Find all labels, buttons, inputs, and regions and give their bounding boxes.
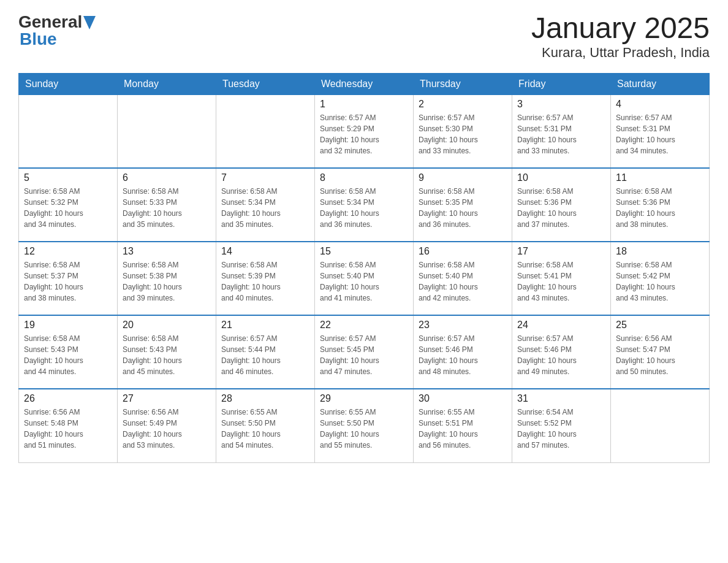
day-number: 27 bbox=[123, 393, 211, 404]
day-number: 16 bbox=[419, 246, 507, 257]
title-area: January 2025 Kurara, Uttar Pradesh, Indi… bbox=[531, 12, 710, 61]
day-info: Sunrise: 6:58 AMSunset: 5:36 PMDaylight:… bbox=[616, 186, 704, 230]
calendar-cell: 6Sunrise: 6:58 AMSunset: 5:33 PMDaylight… bbox=[118, 168, 216, 242]
day-info: Sunrise: 6:57 AMSunset: 5:30 PMDaylight:… bbox=[419, 112, 507, 156]
day-info: Sunrise: 6:58 AMSunset: 5:40 PMDaylight:… bbox=[419, 259, 507, 304]
day-number: 29 bbox=[320, 393, 408, 404]
day-number: 15 bbox=[320, 246, 408, 257]
logo: General Blue bbox=[18, 12, 96, 49]
calendar-cell: 18Sunrise: 6:58 AMSunset: 5:42 PMDayligh… bbox=[611, 242, 710, 315]
calendar-cell bbox=[118, 94, 216, 168]
calendar-cell: 9Sunrise: 6:58 AMSunset: 5:35 PMDaylight… bbox=[414, 168, 512, 242]
page-header: General Blue January 2025 Kurara, Uttar … bbox=[18, 12, 710, 61]
calendar-cell: 17Sunrise: 6:58 AMSunset: 5:41 PMDayligh… bbox=[512, 242, 611, 315]
day-number: 7 bbox=[221, 172, 309, 183]
calendar-cell: 5Sunrise: 6:58 AMSunset: 5:32 PMDaylight… bbox=[19, 168, 118, 242]
day-number: 13 bbox=[123, 246, 211, 257]
day-info: Sunrise: 6:58 AMSunset: 5:38 PMDaylight:… bbox=[123, 259, 211, 304]
col-header-friday: Friday bbox=[512, 73, 611, 94]
day-info: Sunrise: 6:56 AMSunset: 5:47 PMDaylight:… bbox=[616, 333, 704, 377]
calendar-cell: 28Sunrise: 6:55 AMSunset: 5:50 PMDayligh… bbox=[216, 389, 315, 462]
col-header-sunday: Sunday bbox=[19, 73, 118, 94]
col-header-tuesday: Tuesday bbox=[216, 73, 315, 94]
calendar-cell: 1Sunrise: 6:57 AMSunset: 5:29 PMDaylight… bbox=[315, 94, 414, 168]
day-number: 24 bbox=[517, 320, 605, 331]
day-number: 20 bbox=[123, 320, 211, 331]
col-header-wednesday: Wednesday bbox=[315, 73, 414, 94]
calendar-cell: 12Sunrise: 6:58 AMSunset: 5:37 PMDayligh… bbox=[19, 242, 118, 315]
calendar-cell: 7Sunrise: 6:58 AMSunset: 5:34 PMDaylight… bbox=[216, 168, 315, 242]
day-number: 9 bbox=[419, 172, 507, 183]
day-number: 8 bbox=[320, 172, 408, 183]
day-number: 17 bbox=[517, 246, 605, 257]
day-info: Sunrise: 6:55 AMSunset: 5:51 PMDaylight:… bbox=[419, 407, 507, 451]
day-info: Sunrise: 6:58 AMSunset: 5:42 PMDaylight:… bbox=[616, 259, 704, 304]
day-number: 26 bbox=[24, 393, 112, 404]
location-subtitle: Kurara, Uttar Pradesh, India bbox=[531, 45, 710, 61]
day-info: Sunrise: 6:58 AMSunset: 5:36 PMDaylight:… bbox=[517, 186, 605, 230]
day-info: Sunrise: 6:57 AMSunset: 5:31 PMDaylight:… bbox=[616, 112, 704, 156]
day-info: Sunrise: 6:56 AMSunset: 5:48 PMDaylight:… bbox=[24, 407, 112, 451]
day-number: 30 bbox=[419, 393, 507, 404]
day-number: 6 bbox=[123, 172, 211, 183]
calendar-cell: 29Sunrise: 6:55 AMSunset: 5:50 PMDayligh… bbox=[315, 389, 414, 462]
calendar-cell: 27Sunrise: 6:56 AMSunset: 5:49 PMDayligh… bbox=[118, 389, 216, 462]
day-info: Sunrise: 6:57 AMSunset: 5:44 PMDaylight:… bbox=[221, 333, 309, 377]
day-number: 4 bbox=[616, 99, 704, 110]
calendar-week-row: 1Sunrise: 6:57 AMSunset: 5:29 PMDaylight… bbox=[19, 94, 710, 168]
calendar-table: SundayMondayTuesdayWednesdayThursdayFrid… bbox=[18, 73, 710, 463]
calendar-week-row: 5Sunrise: 6:58 AMSunset: 5:32 PMDaylight… bbox=[19, 168, 710, 242]
calendar-cell: 20Sunrise: 6:58 AMSunset: 5:43 PMDayligh… bbox=[118, 315, 216, 389]
day-number: 3 bbox=[517, 99, 605, 110]
day-number: 5 bbox=[24, 172, 112, 183]
logo-arrow-icon bbox=[83, 16, 96, 29]
day-number: 28 bbox=[221, 393, 309, 404]
calendar-cell: 11Sunrise: 6:58 AMSunset: 5:36 PMDayligh… bbox=[611, 168, 710, 242]
day-info: Sunrise: 6:57 AMSunset: 5:46 PMDaylight:… bbox=[419, 333, 507, 377]
day-info: Sunrise: 6:58 AMSunset: 5:34 PMDaylight:… bbox=[221, 186, 309, 230]
calendar-cell bbox=[19, 94, 118, 168]
col-header-thursday: Thursday bbox=[414, 73, 512, 94]
day-number: 21 bbox=[221, 320, 309, 331]
logo-blue-text: Blue bbox=[18, 29, 96, 49]
calendar-cell bbox=[216, 94, 315, 168]
day-info: Sunrise: 6:57 AMSunset: 5:29 PMDaylight:… bbox=[320, 112, 408, 156]
day-info: Sunrise: 6:58 AMSunset: 5:43 PMDaylight:… bbox=[24, 333, 112, 377]
day-number: 2 bbox=[419, 99, 507, 110]
col-header-monday: Monday bbox=[118, 73, 216, 94]
day-info: Sunrise: 6:58 AMSunset: 5:41 PMDaylight:… bbox=[517, 259, 605, 304]
day-info: Sunrise: 6:58 AMSunset: 5:39 PMDaylight:… bbox=[221, 259, 309, 304]
col-header-saturday: Saturday bbox=[611, 73, 710, 94]
calendar-cell: 19Sunrise: 6:58 AMSunset: 5:43 PMDayligh… bbox=[19, 315, 118, 389]
day-number: 22 bbox=[320, 320, 408, 331]
day-info: Sunrise: 6:58 AMSunset: 5:43 PMDaylight:… bbox=[123, 333, 211, 377]
calendar-cell: 25Sunrise: 6:56 AMSunset: 5:47 PMDayligh… bbox=[611, 315, 710, 389]
calendar-cell: 24Sunrise: 6:57 AMSunset: 5:46 PMDayligh… bbox=[512, 315, 611, 389]
calendar-cell: 30Sunrise: 6:55 AMSunset: 5:51 PMDayligh… bbox=[414, 389, 512, 462]
day-info: Sunrise: 6:56 AMSunset: 5:49 PMDaylight:… bbox=[123, 407, 211, 451]
calendar-cell: 8Sunrise: 6:58 AMSunset: 5:34 PMDaylight… bbox=[315, 168, 414, 242]
day-info: Sunrise: 6:58 AMSunset: 5:33 PMDaylight:… bbox=[123, 186, 211, 230]
day-number: 25 bbox=[616, 320, 704, 331]
calendar-cell: 2Sunrise: 6:57 AMSunset: 5:30 PMDaylight… bbox=[414, 94, 512, 168]
day-number: 23 bbox=[419, 320, 507, 331]
calendar-cell: 31Sunrise: 6:54 AMSunset: 5:52 PMDayligh… bbox=[512, 389, 611, 462]
calendar-cell: 23Sunrise: 6:57 AMSunset: 5:46 PMDayligh… bbox=[414, 315, 512, 389]
day-info: Sunrise: 6:57 AMSunset: 5:46 PMDaylight:… bbox=[517, 333, 605, 377]
day-info: Sunrise: 6:55 AMSunset: 5:50 PMDaylight:… bbox=[221, 407, 309, 451]
day-info: Sunrise: 6:58 AMSunset: 5:40 PMDaylight:… bbox=[320, 259, 408, 304]
calendar-week-row: 19Sunrise: 6:58 AMSunset: 5:43 PMDayligh… bbox=[19, 315, 710, 389]
day-info: Sunrise: 6:58 AMSunset: 5:35 PMDaylight:… bbox=[419, 186, 507, 230]
calendar-cell: 3Sunrise: 6:57 AMSunset: 5:31 PMDaylight… bbox=[512, 94, 611, 168]
day-info: Sunrise: 6:54 AMSunset: 5:52 PMDaylight:… bbox=[517, 407, 605, 451]
calendar-cell bbox=[611, 389, 710, 462]
day-number: 11 bbox=[616, 172, 704, 183]
month-title: January 2025 bbox=[531, 12, 710, 45]
svg-marker-0 bbox=[83, 16, 96, 29]
day-number: 31 bbox=[517, 393, 605, 404]
day-info: Sunrise: 6:57 AMSunset: 5:31 PMDaylight:… bbox=[517, 112, 605, 156]
calendar-cell: 15Sunrise: 6:58 AMSunset: 5:40 PMDayligh… bbox=[315, 242, 414, 315]
calendar-cell: 16Sunrise: 6:58 AMSunset: 5:40 PMDayligh… bbox=[414, 242, 512, 315]
day-number: 1 bbox=[320, 99, 408, 110]
calendar-cell: 14Sunrise: 6:58 AMSunset: 5:39 PMDayligh… bbox=[216, 242, 315, 315]
